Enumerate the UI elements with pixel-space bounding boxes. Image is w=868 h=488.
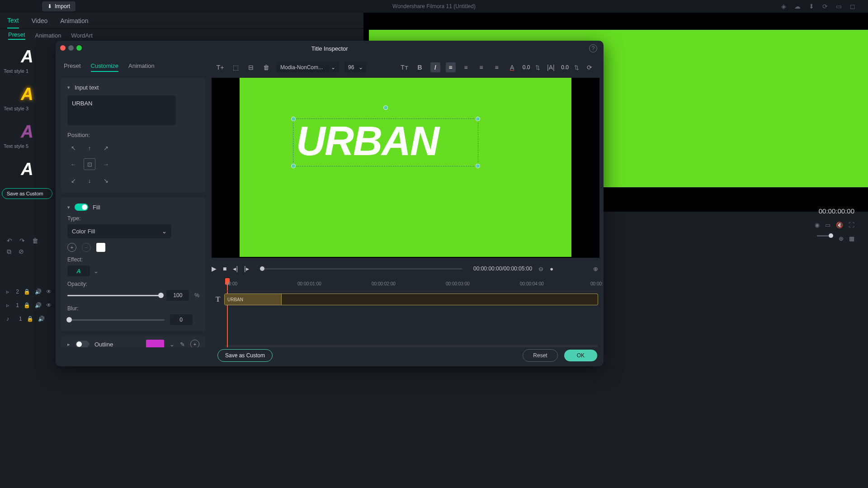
resize-handle-bl[interactable] (291, 164, 296, 168)
lightbulb-icon[interactable]: ◈ (781, 3, 786, 10)
next-frame-button[interactable]: |▸ (244, 265, 249, 272)
subtab-preset[interactable]: Preset (8, 31, 25, 40)
pos-left[interactable]: ← (67, 158, 79, 170)
text-style-1[interactable]: A Text style 1 (0, 42, 54, 79)
subtab-wordart[interactable]: WordArt (71, 32, 92, 39)
stepper-icon[interactable]: ⇅ (574, 64, 579, 71)
blur-value[interactable]: 0 (170, 314, 193, 325)
line-height-icon[interactable]: |A| (546, 62, 556, 72)
inspector-tab-preset[interactable]: Preset (64, 62, 81, 72)
import-button[interactable]: ⬇ Import (42, 1, 75, 11)
refresh-icon[interactable]: ⟳ (585, 62, 594, 72)
text-style-6[interactable]: A (0, 154, 54, 186)
resize-handle-br[interactable] (476, 164, 480, 168)
resize-handle-tr[interactable] (476, 117, 480, 121)
timeline-scrollbar[interactable] (225, 345, 598, 347)
inspector-tab-customize[interactable]: Customize (91, 62, 118, 72)
align-left-icon[interactable]: ≡ (446, 62, 456, 72)
fill-type-select[interactable]: Color Fill ⌄ (67, 224, 171, 238)
bg-zoom-slider[interactable] (817, 235, 833, 237)
align-right-icon[interactable]: ≡ (476, 62, 486, 72)
eyedropper-icon[interactable]: ✎ (180, 341, 185, 348)
video-track-1[interactable]: ▹ 1 🔒 🔊 👁 (4, 298, 54, 312)
rotate-handle[interactable] (383, 105, 388, 110)
blur-slider[interactable] (67, 319, 165, 321)
text-color-icon[interactable]: A (507, 62, 517, 72)
add-color-button[interactable]: + (67, 243, 76, 252)
section-header[interactable]: ▾ Fill (67, 204, 199, 211)
subtab-animation[interactable]: Animation (35, 32, 61, 39)
mute-icon[interactable]: 🔊 (35, 289, 42, 295)
save-as-custom-button[interactable]: Save as Custom (217, 349, 273, 362)
align-center-icon[interactable]: ≡ (461, 62, 471, 72)
pos-top-right[interactable]: ↗ (100, 142, 112, 154)
resize-handle-tl[interactable] (291, 117, 296, 121)
redo-icon[interactable]: ↷ (19, 237, 25, 244)
maximize-button[interactable] (76, 45, 82, 51)
text-style-5[interactable]: A Text style 5 (0, 117, 54, 154)
align-justify-icon[interactable]: ≡ (492, 62, 502, 72)
track-content[interactable]: URBAN (224, 294, 598, 305)
font-size-select[interactable]: 96 ⌄ (344, 62, 367, 73)
outline-color-swatch[interactable] (146, 340, 164, 347)
minimize-button[interactable] (68, 45, 74, 51)
pos-bottom-right[interactable]: ↘ (100, 175, 112, 186)
mute-icon[interactable]: 🔊 (35, 302, 42, 308)
visibility-icon[interactable]: 👁 (46, 302, 52, 308)
help-icon[interactable]: ? (589, 44, 597, 52)
bold-icon[interactable]: B (415, 62, 425, 72)
fullscreen-icon[interactable]: ⛶ (849, 222, 854, 228)
tab-animation[interactable]: Animation (60, 14, 88, 28)
timeline-view-icon[interactable]: ▦ (849, 235, 854, 242)
canvas-text[interactable]: URBAN (293, 119, 478, 164)
delete-icon[interactable]: 🗑 (32, 237, 38, 244)
section-header[interactable]: ▾ Input text (67, 84, 199, 91)
download-icon[interactable]: ⬇ (809, 3, 814, 10)
save-custom-sidebar-button[interactable]: Save as Custom (2, 188, 52, 199)
lock-icon[interactable]: 🔒 (24, 289, 30, 295)
pos-top[interactable]: ↑ (84, 142, 95, 154)
mute-icon[interactable]: 🔊 (38, 316, 45, 322)
small-caps-icon[interactable]: Tᴛ (400, 62, 410, 72)
chevron-down-icon[interactable]: ⌄ (170, 341, 175, 348)
inspector-tab-animation[interactable]: Animation (128, 62, 155, 72)
ok-button[interactable]: OK (564, 350, 597, 361)
opacity-slider[interactable] (67, 295, 161, 296)
add-text-icon[interactable]: T+ (215, 62, 225, 72)
screenshot-icon[interactable]: ▭ (825, 222, 830, 228)
text-clip[interactable]: URBAN (225, 294, 282, 305)
bell-icon[interactable]: ◻ (850, 3, 855, 10)
pos-bottom[interactable]: ↓ (84, 175, 95, 186)
play-button[interactable]: ▶ (212, 265, 217, 272)
pos-top-left[interactable]: ↖ (67, 142, 79, 154)
delete-group-icon[interactable]: ⊟ (246, 62, 256, 72)
mute-icon[interactable]: 🔇 (836, 222, 843, 228)
tab-text[interactable]: Text (7, 13, 19, 28)
pos-center[interactable]: ⊡ (84, 158, 95, 170)
cloud-icon[interactable]: ☁ (794, 3, 801, 10)
camera-icon[interactable]: ◉ (815, 222, 820, 228)
pos-right[interactable]: → (100, 158, 112, 170)
trash-icon[interactable]: 🗑 (261, 62, 271, 72)
opacity-value[interactable]: 100 (166, 290, 189, 301)
close-button[interactable] (60, 45, 66, 51)
video-track-2[interactable]: ▹ 2 🔒 🔊 👁 (4, 285, 54, 298)
zoom-in-icon[interactable]: ⊕ (593, 265, 598, 272)
reset-button[interactable]: Reset (523, 349, 557, 362)
stepper-icon[interactable]: ⇅ (535, 64, 540, 71)
outline-toggle[interactable] (75, 341, 89, 347)
effect-preview[interactable]: A (67, 265, 90, 276)
line-spacing[interactable]: 0.0 (561, 64, 569, 71)
pos-bottom-left[interactable]: ↙ (67, 175, 79, 186)
copy-icon[interactable]: ⧉ (7, 248, 11, 256)
refresh-icon[interactable]: ⟳ (822, 3, 828, 10)
preview-canvas[interactable]: URBAN (212, 78, 599, 258)
link-icon[interactable]: ⊘ (19, 248, 24, 256)
monitor-icon[interactable]: ▭ (836, 3, 842, 10)
tab-video[interactable]: Video (32, 14, 48, 28)
scrub-bar[interactable] (260, 268, 462, 270)
fill-toggle[interactable] (75, 204, 88, 211)
text-input[interactable]: URBAN (67, 95, 176, 125)
zoom-in-icon[interactable]: ⊕ (839, 235, 844, 242)
timeline-ruler[interactable]: 00:00 00:00:01:00 00:00:02:00 00:00:03:0… (225, 280, 598, 291)
